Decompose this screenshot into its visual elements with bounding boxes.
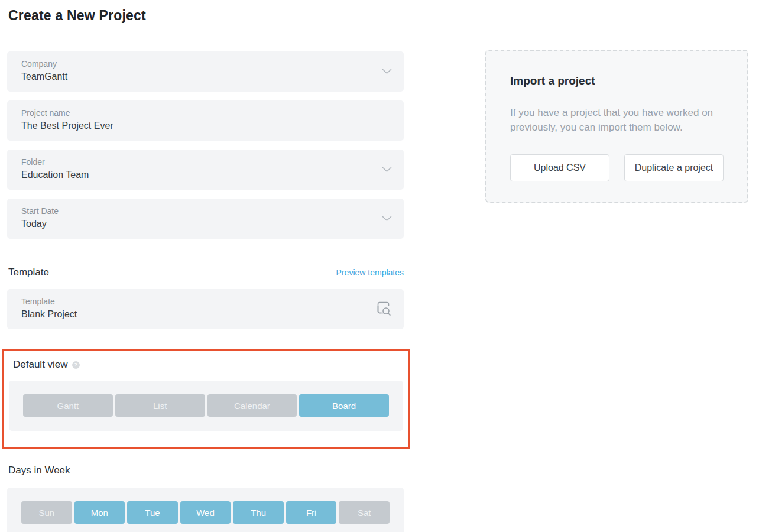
duplicate-project-button[interactable]: Duplicate a project <box>624 154 724 181</box>
chevron-down-icon <box>382 216 392 222</box>
chevron-down-icon <box>382 167 392 173</box>
import-project-panel: Import a project If you have a project t… <box>485 50 748 203</box>
create-project-page: Create a New Project Company TeamGantt P… <box>0 0 759 532</box>
company-label: Company <box>21 59 368 69</box>
template-label: Template <box>21 297 368 306</box>
project-form: Create a New Project Company TeamGantt P… <box>7 0 404 532</box>
day-button-fri[interactable]: Fri <box>286 501 337 524</box>
template-picker[interactable]: Template Blank Project <box>7 289 404 329</box>
preview-templates-link[interactable]: Preview templates <box>336 268 404 277</box>
folder-value: Education Team <box>21 170 368 180</box>
view-option-gantt[interactable]: Gantt <box>23 394 113 417</box>
template-value: Blank Project <box>21 309 368 320</box>
folder-label: Folder <box>21 157 368 167</box>
day-button-mon[interactable]: Mon <box>74 501 125 524</box>
highlight-annotation: Default view ? Gantt List Calendar Board <box>2 349 410 449</box>
help-icon[interactable]: ? <box>72 361 80 369</box>
page-title: Create a New Project <box>8 8 404 24</box>
days-in-week-title: Days in Week <box>8 465 404 476</box>
view-option-list[interactable]: List <box>115 394 205 417</box>
folder-dropdown[interactable]: Folder Education Team <box>7 150 404 190</box>
default-view-options: Gantt List Calendar Board <box>9 381 403 431</box>
template-search-icon[interactable] <box>377 301 392 317</box>
import-panel-title: Import a project <box>510 74 724 87</box>
default-view-header: Default view ? <box>12 359 403 371</box>
project-name-input[interactable]: Project name The Best Project Ever <box>7 100 404 141</box>
day-button-thu[interactable]: Thu <box>233 501 284 524</box>
day-button-sun[interactable]: Sun <box>21 501 72 524</box>
upload-csv-button[interactable]: Upload CSV <box>510 154 609 181</box>
template-section-title: Template <box>8 267 49 278</box>
import-actions: Upload CSV Duplicate a project <box>510 154 724 181</box>
default-view-title: Default view <box>13 359 68 371</box>
company-value: TeamGantt <box>21 72 368 82</box>
company-dropdown[interactable]: Company TeamGantt <box>7 51 404 92</box>
start-date-dropdown[interactable]: Start Date Today <box>7 199 404 239</box>
view-option-calendar[interactable]: Calendar <box>207 394 297 417</box>
project-name-label: Project name <box>21 108 368 118</box>
start-date-label: Start Date <box>21 206 368 216</box>
project-name-value: The Best Project Ever <box>21 121 368 131</box>
import-panel-description: If you have a project that you have work… <box>510 105 724 135</box>
template-section-header: Template Preview templates <box>7 267 404 278</box>
day-button-tue[interactable]: Tue <box>127 501 178 524</box>
start-date-value: Today <box>21 219 368 229</box>
chevron-down-icon <box>382 69 392 74</box>
days-in-week-options: Sun Mon Tue Wed Thu Fri Sat <box>7 488 404 532</box>
day-button-wed[interactable]: Wed <box>180 501 231 524</box>
day-button-sat[interactable]: Sat <box>339 501 390 524</box>
view-option-board[interactable]: Board <box>299 394 389 417</box>
